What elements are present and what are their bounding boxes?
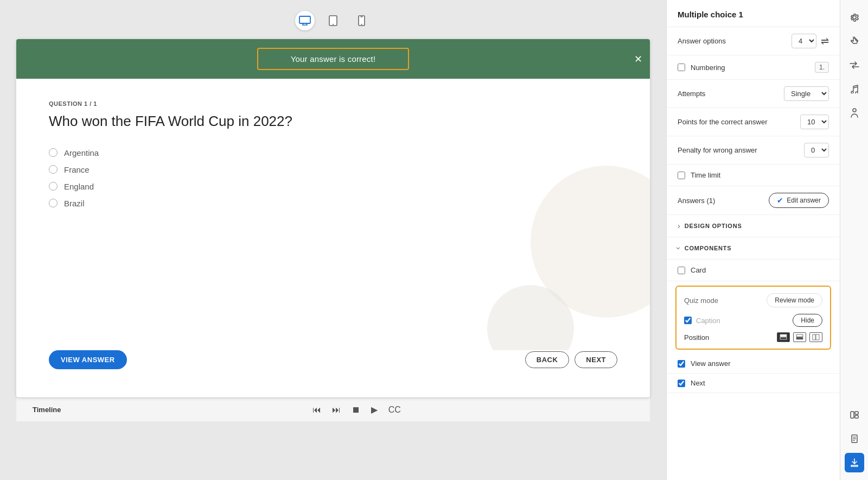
nav-buttons: BACK NEXT bbox=[525, 351, 617, 368]
desktop-device-btn[interactable] bbox=[295, 11, 315, 30]
option-france[interactable]: France bbox=[49, 165, 617, 174]
radio-england[interactable] bbox=[49, 182, 58, 191]
back-button[interactable]: BACK bbox=[525, 351, 570, 368]
slide-header: Your answer is correct! ✕ bbox=[16, 39, 650, 79]
radio-brazil[interactable] bbox=[49, 199, 58, 207]
answers-label: Answers (1) bbox=[678, 197, 715, 205]
card-checkbox[interactable] bbox=[678, 267, 685, 274]
time-limit-checkbox[interactable] bbox=[678, 172, 685, 179]
next-check-label: Next bbox=[691, 379, 705, 387]
hand-icon-btn[interactable] bbox=[845, 31, 864, 51]
slide-footer: VIEW ANSWER BACK NEXT bbox=[16, 350, 650, 386]
timeline-controls: ⏮ ⏭ ⏹ ▶ CC bbox=[312, 405, 401, 415]
shuffle-icon[interactable]: ⇌ bbox=[821, 35, 829, 47]
position-center-icon[interactable] bbox=[793, 332, 806, 342]
step-back-icon[interactable]: ⏭ bbox=[332, 405, 341, 415]
svg-rect-0 bbox=[299, 16, 310, 23]
hide-button[interactable]: Hide bbox=[793, 314, 822, 327]
svg-rect-14 bbox=[816, 334, 819, 340]
stop-icon[interactable]: ⏹ bbox=[352, 405, 360, 415]
answers-row: Answers (1) ✔ Edit answer bbox=[667, 186, 840, 215]
layout-icon-btn[interactable] bbox=[845, 405, 864, 425]
radio-france[interactable] bbox=[49, 165, 58, 174]
person-icon-btn[interactable] bbox=[845, 103, 864, 123]
position-row: Position bbox=[684, 332, 822, 342]
option-brazil[interactable]: Brazil bbox=[49, 199, 617, 208]
numbering-checkbox[interactable] bbox=[678, 64, 685, 71]
edit-answer-button[interactable]: ✔ Edit answer bbox=[769, 193, 829, 208]
music-icon-btn[interactable] bbox=[845, 79, 864, 99]
slide-content: QUESTION 1 / 1 Who won the FIFA World Cu… bbox=[16, 79, 650, 350]
svg-rect-11 bbox=[796, 334, 803, 337]
answer-options-select[interactable]: 4 2 3 5 bbox=[792, 34, 816, 48]
position-right-icon[interactable] bbox=[809, 332, 822, 342]
mobile-device-btn[interactable] bbox=[352, 11, 371, 30]
option-england[interactable]: England bbox=[49, 182, 617, 191]
export-icon-btn[interactable] bbox=[845, 453, 864, 472]
components-label: COMPONENTS bbox=[685, 245, 732, 251]
right-panel: Multiple choice 1 Answer options 4 2 3 5… bbox=[666, 0, 840, 480]
points-value-group: 10 5 20 bbox=[800, 115, 829, 129]
svg-rect-12 bbox=[796, 337, 803, 339]
play-icon[interactable]: ▶ bbox=[371, 405, 378, 415]
svg-rect-9 bbox=[780, 334, 787, 337]
icon-bar bbox=[840, 0, 868, 480]
caption-checkbox[interactable] bbox=[684, 317, 692, 324]
page-icon-btn[interactable] bbox=[845, 429, 864, 449]
svg-point-5 bbox=[333, 24, 334, 25]
design-options-chevron: › bbox=[678, 222, 680, 230]
position-left-icon[interactable] bbox=[777, 332, 790, 342]
penalty-row: Penalty for wrong answer 0 1 5 bbox=[667, 136, 840, 165]
timeline-label: Timeline bbox=[33, 406, 61, 414]
position-icons bbox=[777, 332, 822, 342]
view-answer-checkbox[interactable] bbox=[678, 360, 685, 368]
points-select[interactable]: 10 5 20 bbox=[800, 115, 829, 129]
slide-canvas: Your answer is correct! ✕ QUESTION 1 / 1… bbox=[16, 39, 650, 397]
view-answer-button[interactable]: VIEW ANSWER bbox=[49, 350, 127, 369]
components-chevron: › bbox=[674, 247, 683, 250]
cc-icon[interactable]: CC bbox=[388, 405, 401, 415]
answer-options: Argentina France England Brazil bbox=[49, 148, 617, 208]
design-options-label: DESIGN OPTIONS bbox=[685, 223, 742, 229]
caption-left: Caption bbox=[684, 317, 720, 325]
attempts-select[interactable]: Single Multiple bbox=[784, 86, 829, 101]
option-argentina[interactable]: Argentina bbox=[49, 148, 617, 157]
review-mode-button[interactable]: Review mode bbox=[767, 293, 822, 307]
svg-point-8 bbox=[361, 24, 362, 25]
timeline-bar: Timeline ⏮ ⏭ ⏹ ▶ CC bbox=[16, 397, 650, 421]
time-limit-row: Time limit bbox=[667, 165, 840, 186]
deco-circle-2 bbox=[487, 285, 574, 350]
rewind-icon[interactable]: ⏮ bbox=[312, 405, 321, 415]
mode-toggle-row: Quiz mode Review mode bbox=[684, 293, 822, 307]
next-checkbox[interactable] bbox=[678, 380, 685, 387]
panel-title: Multiple choice 1 bbox=[667, 0, 840, 27]
svg-rect-18 bbox=[855, 415, 858, 418]
tablet-device-btn[interactable] bbox=[323, 11, 343, 30]
svg-rect-10 bbox=[780, 337, 787, 339]
position-label: Position bbox=[684, 333, 709, 342]
attempts-value-group: Single Multiple bbox=[784, 86, 829, 101]
settings-icon-btn[interactable] bbox=[845, 8, 864, 27]
svg-rect-13 bbox=[813, 334, 815, 340]
quiz-mode-label: Quiz mode bbox=[684, 296, 718, 305]
device-toolbar bbox=[16, 11, 650, 30]
swap-icon-btn[interactable] bbox=[845, 55, 864, 75]
close-banner-btn[interactable]: ✕ bbox=[634, 54, 642, 64]
points-label: Points for the correct answer bbox=[678, 118, 767, 126]
components-section-header[interactable]: › COMPONENTS bbox=[667, 237, 840, 260]
next-check-row: Next bbox=[667, 374, 840, 393]
answer-options-value-group: 4 2 3 5 ⇌ bbox=[792, 34, 829, 48]
caption-row: Caption Hide bbox=[684, 314, 822, 327]
edit-answer-label: Edit answer bbox=[787, 197, 821, 204]
view-answer-check-row: View answer bbox=[667, 354, 840, 374]
numbering-row: Numbering 1. bbox=[667, 55, 840, 80]
next-button[interactable]: NEXT bbox=[575, 351, 617, 368]
review-mode-box: Quiz mode Review mode Caption Hide Posit… bbox=[675, 286, 831, 350]
radio-argentina[interactable] bbox=[49, 148, 58, 157]
design-options-section[interactable]: › DESIGN OPTIONS bbox=[667, 215, 840, 237]
card-label: Card bbox=[691, 266, 829, 274]
penalty-select[interactable]: 0 1 5 bbox=[804, 143, 829, 157]
points-row: Points for the correct answer 10 5 20 bbox=[667, 108, 840, 136]
question-number: QUESTION 1 / 1 bbox=[49, 100, 617, 107]
attempts-row: Attempts Single Multiple bbox=[667, 80, 840, 108]
